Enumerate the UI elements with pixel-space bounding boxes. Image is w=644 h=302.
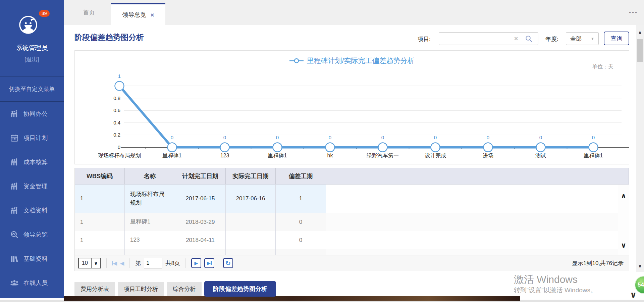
divider	[129, 258, 130, 268]
people-desk-icon	[10, 182, 19, 191]
tab-home[interactable]: 首页	[67, 0, 111, 25]
svg-text:里程碑1: 里程碑1	[268, 153, 287, 158]
project-search-input[interactable]	[439, 33, 515, 45]
page-size-select[interactable]: 10 ∨	[78, 258, 101, 268]
table-cell: 0	[276, 231, 326, 249]
sidebar-item-label: 协同办公	[23, 110, 48, 118]
table-cell: 2018-05-04	[175, 249, 226, 255]
scroll-up-icon[interactable]: ∧	[618, 192, 629, 200]
svg-text:0: 0	[276, 135, 279, 140]
page-size-value: 10	[79, 260, 91, 266]
column-header-2[interactable]: 计划完工日期	[175, 168, 226, 184]
row-filler	[326, 231, 629, 249]
query-button[interactable]: 查询	[604, 32, 629, 45]
logout-link[interactable]: [退出]	[0, 56, 64, 63]
scroll-down-icon[interactable]: ∨	[636, 263, 644, 268]
column-header-3[interactable]: 实际完工日期	[226, 168, 276, 184]
avatar: 39	[19, 15, 38, 34]
table-cell	[226, 213, 276, 231]
more-options-icon[interactable]: ●●●	[629, 10, 638, 14]
sidebar-item-1[interactable]: 项目计划	[0, 126, 64, 150]
windows-watermark-line2: 转到“设置”以激活 Windows。	[514, 286, 597, 295]
prev-page-button[interactable]: ◀	[120, 260, 124, 266]
chart-title: 里程碑计划/实际完工偏差趋势分析	[307, 56, 415, 65]
svg-text:0: 0	[381, 135, 384, 140]
svg-text:0.2: 0.2	[113, 132, 120, 138]
table-cell: 2018-03-29	[175, 213, 226, 231]
tab-bar: 首页 领导总览 × ●●●	[64, 0, 644, 25]
table-row[interactable]: 1现场标杆布局规划2017-06-152017-06-161	[75, 185, 629, 213]
search-icon[interactable]	[525, 35, 533, 43]
switch-menu-button[interactable]: 切换至自定义菜单	[0, 85, 64, 93]
page-number-input[interactable]	[144, 258, 162, 268]
table-row[interactable]: 11232018-04-110	[75, 231, 629, 249]
table-row[interactable]: 1里程碑12018-05-040	[75, 249, 629, 255]
sidebar-item-label: 项目计划	[23, 134, 48, 142]
scroll-down-icon[interactable]: ∨	[630, 290, 637, 300]
bottom-tab-0[interactable]: 费用分析表	[74, 282, 115, 296]
svg-text:0: 0	[329, 135, 331, 140]
svg-text:里程碑1: 里程碑1	[584, 153, 603, 158]
sidebar-item-7[interactable]: 在线人员	[0, 271, 64, 295]
column-header-1[interactable]: 名称	[125, 168, 175, 184]
sidebar-item-label: 在线人员	[23, 279, 48, 287]
clear-icon[interactable]: ×	[514, 35, 518, 42]
bottom-tab-2[interactable]: 综合分析	[167, 282, 202, 296]
tab-leadership-overview[interactable]: 领导总览 ×	[111, 3, 165, 25]
year-label: 年度:	[545, 35, 558, 43]
scroll-down-icon[interactable]: ∨	[618, 241, 629, 249]
group-icon	[10, 279, 19, 287]
close-icon[interactable]: ×	[150, 12, 154, 18]
sidebar-item-label: 基础资料	[23, 255, 48, 263]
bottom-tab-3[interactable]: 阶段偏差趋势图分析	[204, 281, 276, 297]
sidebar-item-4[interactable]: 文档资料	[0, 198, 64, 222]
table-cell: 2017-06-16	[226, 185, 276, 213]
svg-text:0: 0	[118, 144, 120, 150]
desktop-background-strip	[64, 296, 520, 301]
svg-text:绿野汽车第一: 绿野汽车第一	[366, 153, 399, 158]
record-summary: 显示1到10,共76记录	[572, 259, 624, 267]
first-page-button[interactable]: ◀	[112, 260, 117, 266]
sidebar-item-5[interactable]: 领导总览	[0, 222, 64, 247]
chevron-down-icon: ∨	[91, 258, 100, 268]
year-select-value: 全部	[570, 35, 582, 43]
chart-search-icon	[10, 230, 19, 239]
table-cell: 现场标杆布局规划	[125, 185, 175, 213]
chevron-down-icon: ▼	[591, 37, 594, 41]
page-title: 阶段偏差趋势图分析	[74, 32, 144, 43]
last-page-button[interactable]: ▶	[204, 258, 214, 268]
column-header-4[interactable]: 偏差工期	[276, 168, 326, 184]
sidebar-item-label: 成本核算	[23, 158, 48, 166]
table-row[interactable]: 1里程碑12018-03-290	[75, 213, 629, 231]
table-cell: 1	[75, 185, 125, 213]
bottom-tab-1[interactable]: 项目工时分析	[118, 282, 164, 296]
page-scrollbar[interactable]: ∧ ∨	[636, 25, 644, 272]
chart-legend: 里程碑计划/实际完工偏差趋势分析	[75, 56, 629, 65]
table-scrollbar[interactable]: ∧ ∨	[618, 185, 629, 255]
next-page-button[interactable]: ▶	[191, 258, 201, 268]
scrollbar-thumb[interactable]	[637, 39, 643, 62]
sidebar-item-2[interactable]: 成本核算	[0, 150, 64, 174]
row-filler	[326, 249, 629, 255]
column-header-0[interactable]: WBS编码	[75, 168, 125, 184]
sidebar-item-6[interactable]: 基础资料	[0, 247, 64, 271]
row-filler	[326, 185, 629, 213]
sidebar-item-0[interactable]: 协同办公	[0, 102, 64, 126]
divider	[185, 258, 186, 268]
books-icon	[10, 254, 19, 263]
windows-watermark-line1: 激活 Windows	[514, 273, 578, 287]
sidebar-item-3[interactable]: 资金管理	[0, 174, 64, 198]
calendar-icon	[10, 134, 19, 142]
year-select[interactable]: 全部 ▼	[566, 32, 599, 45]
refresh-button[interactable]: ↻	[223, 258, 233, 268]
people-desk-icon	[10, 158, 19, 166]
username: 系统管理员	[0, 44, 64, 52]
chart-panel: 里程碑计划/实际完工偏差趋势分析 单位：天 00.20.40.60.811现场标…	[74, 50, 629, 164]
scroll-up-icon[interactable]: ∧	[636, 30, 644, 35]
analysis-tab-bar: 费用分析表项目工时分析综合分析阶段偏差趋势图分析	[74, 281, 276, 297]
svg-text:0: 0	[171, 135, 173, 140]
table-cell: 0	[276, 249, 326, 255]
sidebar-menu: 协同办公项目计划成本核算资金管理文档资料领导总览基础资料在线人员	[0, 102, 64, 295]
table-cell: 2017-06-15	[175, 185, 226, 213]
sidebar-item-label: 资金管理	[23, 182, 48, 190]
